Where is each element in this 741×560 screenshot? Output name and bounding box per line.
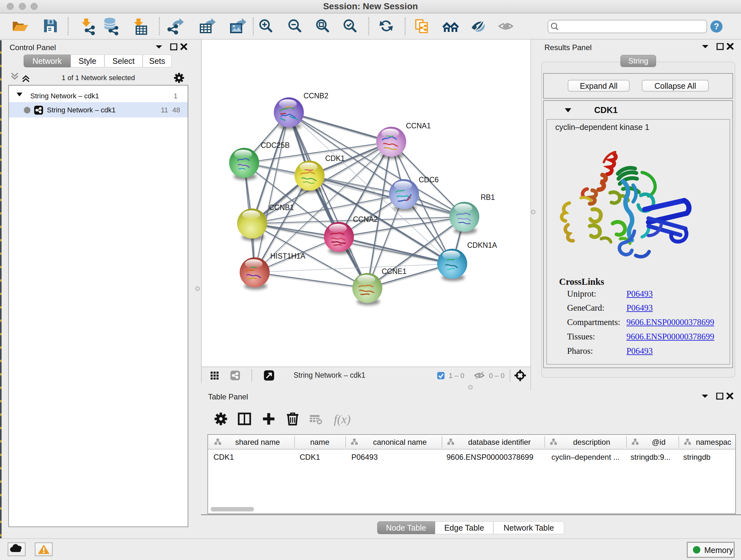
svg-text:CDC25B: CDC25B <box>261 141 290 149</box>
svg-text:f(x): f(x) <box>334 413 351 426</box>
svg-text:CCNB2: CCNB2 <box>304 91 328 100</box>
svg-text:CCNE1: CCNE1 <box>382 267 407 275</box>
svg-text:?: ? <box>714 22 719 31</box>
svg-text:CDC6: CDC6 <box>419 176 439 184</box>
svg-text:HIST1H1A: HIST1H1A <box>270 252 306 260</box>
svg-text:CCNB1: CCNB1 <box>269 203 294 212</box>
svg-text:CCNA2: CCNA2 <box>353 215 378 224</box>
svg-text:CCNA1: CCNA1 <box>406 122 431 130</box>
svg-text:CDKN1A: CDKN1A <box>467 241 497 249</box>
svg-text:CDK1: CDK1 <box>325 154 345 163</box>
svg-text:RB1: RB1 <box>481 193 495 201</box>
